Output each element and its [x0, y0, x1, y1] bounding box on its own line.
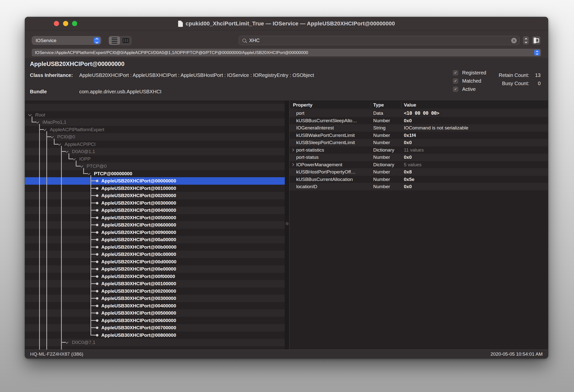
search-input[interactable]	[249, 38, 511, 43]
path-stepper-icon[interactable]	[534, 50, 540, 56]
property-row-kUSBSleepPortCurrentLimit[interactable]: kUSBSleepPortCurrentLimitNumber0x0	[289, 139, 548, 146]
tree-row-PTCP@0[interactable]: PTCP@0	[25, 163, 285, 170]
tree-row-AppleUSB20XHCIPort@00d00000[interactable]: AppleUSB20XHCIPort@00d00000	[25, 258, 285, 266]
split-divider[interactable]	[285, 101, 289, 350]
tree-row-iMacPro1,1[interactable]: iMacPro1,1	[25, 118, 285, 126]
tree-row-AppleUSB20XHCIPort@00b00000[interactable]: AppleUSB20XHCIPort@00b00000	[25, 243, 285, 251]
disclosure-chevron-icon[interactable]	[50, 135, 54, 138]
tree-connector	[32, 116, 32, 122]
tree-row-label: AppleACPIPCI	[65, 141, 96, 148]
inspector-toggle-button[interactable]	[532, 36, 540, 45]
property-row-IOGeneralInterest[interactable]: IOGeneralInterestStringIOCommand is not …	[289, 124, 548, 132]
disclosure-chevron-icon[interactable]	[65, 149, 68, 153]
property-table: Property Type Value portData<10 00 00 00…	[289, 101, 548, 350]
search-field[interactable]: ✕	[239, 36, 520, 45]
tree-row-label: PTCP@00000000	[94, 170, 132, 177]
tree-row-AppleUSB30XHCIPort@00100000[interactable]: AppleUSB30XHCIPort@00100000	[25, 280, 285, 287]
disclosure-triangle-icon[interactable]	[291, 148, 294, 152]
leaf-bullet-icon	[96, 297, 98, 300]
property-type: Number	[373, 168, 390, 176]
tree-connector	[90, 247, 96, 247]
property-name: port	[296, 110, 304, 117]
tree-row-AppleACPIPlatformExpert[interactable]: AppleACPIPlatformExpert	[25, 126, 285, 133]
tree-row-AppleUSB30XHCIPort@00500000[interactable]: AppleUSB30XHCIPort@00500000	[25, 309, 285, 317]
tree-row-AppleUSB30XHCIPort@00600000[interactable]: AppleUSB30XHCIPort@00600000	[25, 317, 285, 324]
column-header-value[interactable]: Value	[404, 101, 416, 109]
capture-timestamp: 2020-05-05 10:54:01 AM	[491, 350, 543, 358]
column-separator[interactable]	[401, 102, 401, 108]
tree-row-Root[interactable]: Root	[25, 111, 285, 119]
list-view-button[interactable]	[109, 36, 120, 45]
property-row-kUSBBusCurrentAllocation[interactable]: kUSBBusCurrentAllocationNumber0x5e	[289, 176, 548, 183]
tree-row-AppleUSB30XHCIPort@00300000[interactable]: AppleUSB30XHCIPort@00300000	[25, 295, 285, 302]
tree-row-AppleUSB20XHCIPort@00a00000[interactable]: AppleUSB20XHCIPort@00a00000	[25, 236, 285, 243]
column-header-property[interactable]: Property	[293, 101, 312, 109]
disclosure-triangle-icon[interactable]	[291, 163, 294, 166]
property-row-port[interactable]: portData<10 00 00 00>	[289, 110, 548, 117]
tree-row-D0A0@1,1[interactable]: D0A0@1,1	[25, 148, 285, 155]
column-header-type[interactable]: Type	[373, 101, 384, 109]
tree-row-label: IOPP	[79, 155, 90, 163]
property-row-kUSBBusCurrentSleepAllo…[interactable]: kUSBBusCurrentSleepAllo…Number0x0	[289, 117, 548, 124]
tree-row-AppleUSB20XHCIPort@00000000[interactable]: AppleUSB20XHCIPort@00000000	[25, 177, 285, 185]
property-value: 0x1f4	[404, 132, 416, 139]
property-row-kUSBHostPortPropertyOff…[interactable]: kUSBHostPortPropertyOff…Number0x8	[289, 168, 548, 176]
tree-row-AppleUSB30XHCIPort@00700000[interactable]: AppleUSB30XHCIPort@00700000	[25, 324, 285, 332]
disclosure-chevron-icon[interactable]	[72, 157, 76, 160]
disclosure-chevron-icon[interactable]	[43, 127, 46, 131]
tree-row-AppleUSB20XHCIPort@00600000[interactable]: AppleUSB20XHCIPort@00600000	[25, 221, 285, 229]
clear-search-button[interactable]: ✕	[511, 38, 517, 43]
disclosure-chevron-icon[interactable]	[79, 164, 83, 168]
titlebar[interactable]: cpukid00_XhciPortLimit_True — IOService …	[25, 17, 548, 30]
split-drag-handle-icon[interactable]	[286, 222, 289, 225]
tree-connector	[90, 203, 96, 203]
tree-row-label: AppleUSB20XHCIPort@00300000	[101, 199, 176, 207]
disclosure-chevron-icon[interactable]	[35, 120, 39, 123]
leaf-bullet-icon	[96, 187, 98, 190]
tree-connector	[90, 283, 96, 284]
host-identifier: HQ-ML-F2Z4HX87 (i386)	[30, 350, 83, 358]
checkbox-icon[interactable]: ✓	[453, 87, 458, 92]
tree-row-AppleUSB20XHCIPort@00900000[interactable]: AppleUSB20XHCIPort@00900000	[25, 229, 285, 236]
tree-row-AppleUSB20XHCIPort@00100000[interactable]: AppleUSB20XHCIPort@00100000	[25, 185, 285, 192]
path-bar[interactable]: IOService:/AppleACPIPlatformExpert/PCI0@…	[32, 49, 541, 56]
disclosure-chevron-icon[interactable]	[58, 142, 61, 145]
tree-row-AppleACPIPCI[interactable]: AppleACPIPCI	[25, 141, 285, 148]
bundle-label: Bundle	[30, 89, 47, 95]
plane-popup-button[interactable]: IOService	[32, 36, 101, 45]
tree-row-AppleUSB30XHCIPort@00400000[interactable]: AppleUSB30XHCIPort@00400000	[25, 302, 285, 310]
class-inheritance-value: AppleUSB20XHCIPort : AppleUSBXHCIPort : …	[79, 72, 314, 78]
column-separator[interactable]	[371, 102, 371, 108]
tree-connector	[69, 153, 69, 159]
tree-row-AppleUSB20XHCIPort@00500000[interactable]: AppleUSB20XHCIPort@00500000	[25, 214, 285, 222]
tree-row-IOPP[interactable]: IOPP	[25, 155, 285, 163]
search-result-stepper[interactable]	[523, 36, 529, 45]
property-value: 5 values	[404, 161, 422, 168]
disclosure-chevron-icon[interactable]	[65, 340, 68, 344]
stepper-down-icon	[525, 41, 527, 43]
tree-row-AppleUSB20XHCIPort@00f00000[interactable]: AppleUSB20XHCIPort@00f00000	[25, 273, 285, 280]
tree-row-AppleUSB20XHCIPort@00200000[interactable]: AppleUSB20XHCIPort@00200000	[25, 192, 285, 199]
tree-row-label: AppleUSB30XHCIPort@00400000	[101, 302, 176, 310]
tree-row-PCI0@0[interactable]: PCI0@0	[25, 133, 285, 141]
tree-row-D0C0@7,1[interactable]: D0C0@7,1	[25, 339, 285, 346]
column-view-button[interactable]	[120, 36, 131, 45]
property-row-port-statistics[interactable]: port-statisticsDictionary11 values	[289, 146, 548, 154]
tree-row-AppleUSB20XHCIPort@00400000[interactable]: AppleUSB20XHCIPort@00400000	[25, 207, 285, 214]
property-row-locationID[interactable]: locationIDNumber0x0	[289, 183, 548, 190]
tree-row-AppleUSB20XHCIPort@00300000[interactable]: AppleUSB20XHCIPort@00300000	[25, 199, 285, 207]
property-row-kUSBWakePortCurrentLimit[interactable]: kUSBWakePortCurrentLimitNumber0x1f4	[289, 132, 548, 139]
tree-row-AppleUSB20XHCIPort@00c00000[interactable]: AppleUSB20XHCIPort@00c00000	[25, 251, 285, 258]
property-row-port-status[interactable]: port-statusNumber0x0	[289, 154, 548, 161]
leaf-bullet-icon	[96, 261, 98, 263]
property-row-IOPowerManagement[interactable]: IOPowerManagementDictionary5 values	[289, 161, 548, 168]
tree-row-AppleUSB30XHCIPort@00800000[interactable]: AppleUSB30XHCIPort@00800000	[25, 332, 285, 339]
tree-row-AppleUSB20XHCIPort@00e00000[interactable]: AppleUSB20XHCIPort@00e00000	[25, 265, 285, 273]
tree-row-PTCP@00000000[interactable]: PTCP@00000000	[25, 170, 285, 177]
disclosure-chevron-icon[interactable]	[87, 171, 90, 175]
leaf-bullet-icon	[96, 180, 98, 182]
checkbox-active[interactable]: ✓Active	[453, 86, 476, 92]
disclosure-chevron-icon[interactable]	[28, 112, 32, 116]
tree-connector	[90, 305, 96, 306]
tree-row-AppleUSB30XHCIPort@00200000[interactable]: AppleUSB30XHCIPort@00200000	[25, 287, 285, 295]
